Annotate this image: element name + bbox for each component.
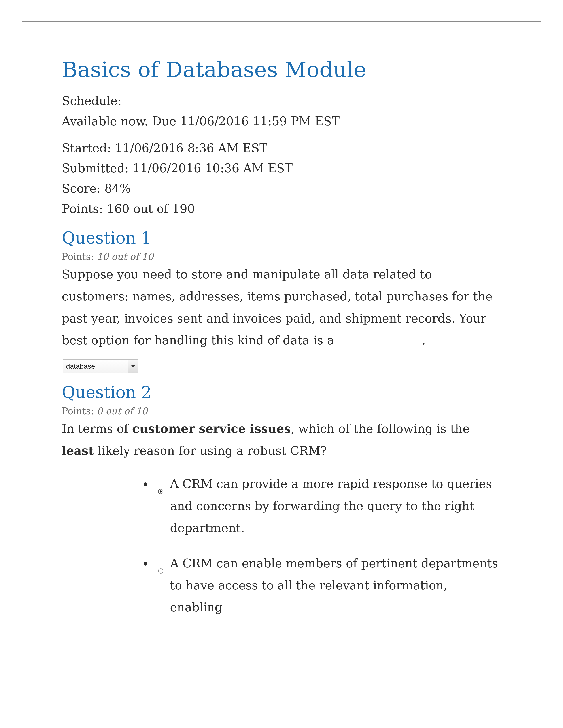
q2-text-p1: In terms of [62,422,132,436]
question-2-options: A CRM can provide a more rapid response … [126,473,501,618]
radio-selected-icon [158,488,164,495]
points-value: 160 out of 190 [107,202,195,216]
svg-point-3 [158,569,163,573]
q2-bold2: least [62,444,94,458]
fill-blank-underline [338,343,422,343]
svg-point-2 [160,490,162,493]
option-text: A CRM can provide a more rapid response … [152,473,501,539]
schedule-text: Available now. Due 11/06/2016 11:59 PM E… [62,111,501,131]
q1-points-prefix: Points: [62,251,97,262]
q1-text-before: Suppose you need to store and manipulate… [62,267,493,347]
dropdown-box[interactable]: database [63,359,138,373]
question-2-heading: Question 2 [62,383,501,402]
q1-text-after: . [422,333,426,347]
question-1-points: Points: 10 out of 10 [62,251,501,262]
radio-button[interactable] [158,568,164,574]
question-2-points: Points: 0 out of 10 [62,406,501,417]
radio-unselected-icon [158,568,164,574]
list-item: A CRM can provide a more rapid response … [152,473,501,539]
page-content: Basics of Databases Module Schedule: Ava… [62,57,501,632]
q2-bold1: customer service issues [132,422,291,436]
status-block: Started: 11/06/2016 8:36 AM EST Submitte… [62,138,501,219]
answer-dropdown[interactable]: database [63,359,138,373]
schedule-block: Schedule: Available now. Due 11/06/2016 … [62,91,501,131]
score-line: Score: 84% [62,178,501,199]
chevron-down-icon [131,365,135,368]
points-label: Points: [62,202,107,216]
question-1-text: Suppose you need to store and manipulate… [62,263,501,373]
q2-text-p2: , which of the following is the [291,422,470,436]
points-line: Points: 160 out of 190 [62,199,501,219]
radio-button[interactable] [158,488,164,495]
q2-text-p3: likely reason for using a robust CRM? [94,444,327,458]
option-text: A CRM can enable members of pertinent de… [152,552,501,619]
list-item: A CRM can enable members of pertinent de… [152,552,501,619]
question-1-heading: Question 1 [62,228,501,247]
started-label: Started: [62,141,115,155]
schedule-label: Schedule: [62,91,501,111]
submitted-label: Submitted: [62,161,132,175]
submitted-value: 11/06/2016 10:36 AM EST [132,161,293,175]
module-title: Basics of Databases Module [62,57,501,82]
dropdown-selected-value: database [66,360,95,373]
score-value: 84% [104,182,131,195]
score-label: Score: [62,182,104,195]
question-2-text: In terms of customer service issues, whi… [62,418,501,462]
svg-marker-0 [131,365,135,368]
page-top-rule [22,21,541,22]
q2-points-value: 0 out of 10 [97,406,147,417]
q2-points-prefix: Points: [62,406,97,417]
started-line: Started: 11/06/2016 8:36 AM EST [62,138,501,158]
dropdown-button[interactable] [128,360,138,373]
q1-points-value: 10 out of 10 [97,251,153,262]
submitted-line: Submitted: 11/06/2016 10:36 AM EST [62,158,501,178]
started-value: 11/06/2016 8:36 AM EST [115,141,267,155]
